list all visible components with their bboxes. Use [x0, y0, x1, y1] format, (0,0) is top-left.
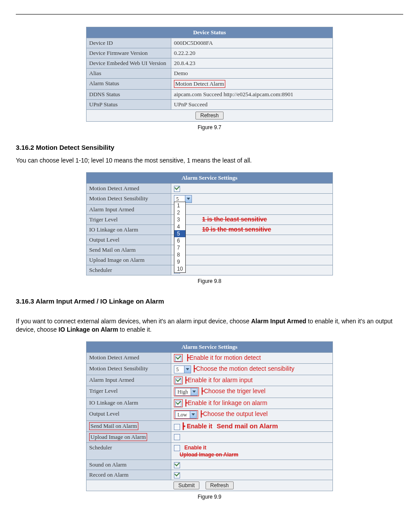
label-motion-detect-armed: Motion Detect Armed: [87, 184, 171, 193]
option-4[interactable]: 4: [174, 223, 185, 230]
cell-scheduler: [171, 265, 332, 275]
select-triger-level[interactable]: High: [175, 388, 191, 396]
device-status-panel: Device Status Device ID 000DC5D008FA Dev…: [86, 27, 333, 122]
annot-trg: ┣Choose the triger level: [200, 387, 265, 394]
cell-output-level: [171, 235, 332, 245]
footer-buttons: Submit Refresh: [171, 480, 332, 491]
label-alarm-input-armed: Alarm Input Armed: [87, 205, 171, 214]
cell-99-iol: ┣Enable it for linkage on alarm: [171, 398, 332, 409]
label-99-iol: IO Linkage on Alarm: [87, 398, 171, 409]
label-99-mail: Send Mail on Alarm: [87, 421, 171, 431]
sensibility-dropdown[interactable]: 1 2 3 4 5 6 7 8 9 10: [174, 202, 186, 273]
cell-99-trg: High ┣Choose the triger level: [171, 386, 332, 398]
annot-most-sensitive: 10 is the most sensitive: [202, 226, 271, 233]
label-alias: Alias: [87, 69, 171, 78]
figure-98-caption: Figure 9.8: [16, 278, 403, 284]
label-scheduler: Scheduler: [87, 265, 171, 275]
value-upnp-status: UPnP Succeed: [171, 100, 332, 109]
option-1[interactable]: 1: [174, 202, 185, 209]
value-fw-version: 0.22.2.20: [171, 48, 332, 58]
chevron-down-icon[interactable]: [191, 388, 198, 396]
annot-mda: ┣Enable it for motion detect: [184, 354, 261, 361]
cell-99-sched: Enable it xxUpload Image on Alarm: [171, 443, 332, 460]
cell-99-sound: [171, 460, 332, 470]
checkbox-99-mail[interactable]: [174, 424, 180, 430]
cell-motion-detect-sensibility: 5 1 2 3 4 5 6 7 8 9 10: [171, 194, 332, 204]
footer-spacer: [87, 480, 171, 491]
label-99-aia: Alarm Input Armed: [87, 375, 171, 386]
value-alias: Demo: [171, 69, 332, 78]
mail-label-box: Send Mail on Alarm: [89, 422, 138, 430]
checkbox-99-record[interactable]: [174, 472, 180, 478]
label-triger-level: Triger Level: [87, 215, 171, 224]
submit-button[interactable]: Submit: [173, 481, 199, 489]
label-99-record: Record on Alarm: [87, 470, 171, 480]
select-box-trg: High: [174, 387, 199, 396]
annot-out: ┣Choose the output level: [199, 410, 267, 417]
cell-99-upimg: [171, 432, 332, 442]
cell-99-mail: ┣ Enable it Send mail on Alarm: [171, 421, 332, 431]
label-fw-version: Device Firmware Version: [87, 48, 171, 58]
label-99-sound: Sound on Alarm: [87, 460, 171, 470]
select-output-level[interactable]: Low: [175, 411, 190, 419]
label-upload-image: Upload Image on Alarm: [87, 255, 171, 265]
cell-triger-level: 1 is the least sensitive: [171, 215, 332, 224]
section-3162-heading: 3.16.2 Motion Detect Sensibility: [16, 144, 403, 151]
label-output-level: Output Level: [87, 235, 171, 245]
annot-mds: ┣Choose the motion detect sensibility: [192, 365, 294, 372]
checkbox-box-mda: [174, 354, 183, 362]
label-99-upimg: Upload Image on Alarm: [87, 432, 171, 442]
chevron-down-icon[interactable]: [190, 411, 197, 419]
checkbox-99-mda[interactable]: [175, 355, 181, 362]
annot-least-sensitive: 1 is the least sensitive: [202, 216, 267, 223]
option-6[interactable]: 6: [174, 237, 185, 244]
annot-aia: ┣Enable it for alarm input: [184, 376, 253, 384]
label-99-mda: Motion Detect Armed: [87, 353, 171, 363]
option-3[interactable]: 3: [174, 216, 185, 223]
label-motion-detect-sensibility: Motion Detect Sensibility: [87, 194, 171, 204]
option-5[interactable]: 5: [174, 230, 185, 237]
alarm-status-highlight: Motion Detect Alarm: [174, 80, 225, 88]
label-send-mail: Send Mail on Alarm: [87, 245, 171, 255]
p-3163-a: If you want to connect external alarm de…: [16, 318, 251, 325]
label-99-trg: Triger Level: [87, 386, 171, 398]
cell-99-record: [171, 470, 332, 480]
value-alarm-status: Motion Detect Alarm: [171, 79, 332, 89]
label-alarm-status: Alarm Status: [87, 79, 171, 89]
section-3163-text: If you want to connect external alarm de…: [16, 317, 403, 334]
checkbox-99-upimg[interactable]: [174, 434, 180, 440]
alarm-settings-panel-99: Alarm Service Settings Motion Detect Arm…: [86, 341, 333, 491]
cell-99-aia: ┣Enable it for alarm input: [171, 375, 332, 386]
alarm-settings-panel-98: Alarm Service Settings Motion Detect Arm…: [86, 172, 333, 275]
checkbox-99-sched[interactable]: [174, 445, 180, 451]
select-99-sensibility[interactable]: 5: [174, 366, 184, 373]
cell-99-out: Low ┣Choose the output level: [171, 409, 332, 420]
chevron-down-icon[interactable]: [184, 366, 191, 373]
option-9[interactable]: 9: [174, 258, 185, 265]
refresh-button[interactable]: Refresh: [195, 112, 224, 119]
cell-99-mda: ┣Enable it for motion detect: [171, 353, 332, 363]
page-divider: [16, 14, 403, 14]
refresh-button-99[interactable]: Refresh: [206, 481, 234, 489]
checkbox-99-aia[interactable]: [175, 378, 181, 384]
chevron-down-icon[interactable]: [185, 195, 192, 203]
device-status-title: Device Status: [87, 27, 332, 38]
checkbox-motion-detect-armed[interactable]: [174, 186, 180, 192]
label-99-out: Output Level: [87, 409, 171, 420]
checkbox-box-iol: [174, 399, 183, 407]
checkbox-99-sound[interactable]: [174, 462, 180, 468]
select-box-out: Low: [174, 410, 198, 419]
label-99-mds: Motion Detect Sensibility: [87, 364, 171, 375]
figure-97-caption: Figure 9.7: [16, 124, 403, 130]
p-3163-e: to enable it.: [118, 326, 152, 333]
cell-send-mail: [171, 245, 332, 255]
annot-mail: ┣ Enable it: [181, 423, 212, 430]
option-8[interactable]: 8: [174, 251, 185, 258]
option-10[interactable]: 10: [174, 265, 185, 272]
cell-alarm-input-armed: [171, 205, 332, 214]
option-2[interactable]: 2: [174, 209, 185, 216]
annot-sched1: Enable it: [184, 445, 206, 451]
option-7[interactable]: 7: [174, 244, 185, 251]
figure-99-caption: Figure 9.9: [16, 494, 403, 500]
checkbox-99-iol[interactable]: [175, 401, 181, 407]
